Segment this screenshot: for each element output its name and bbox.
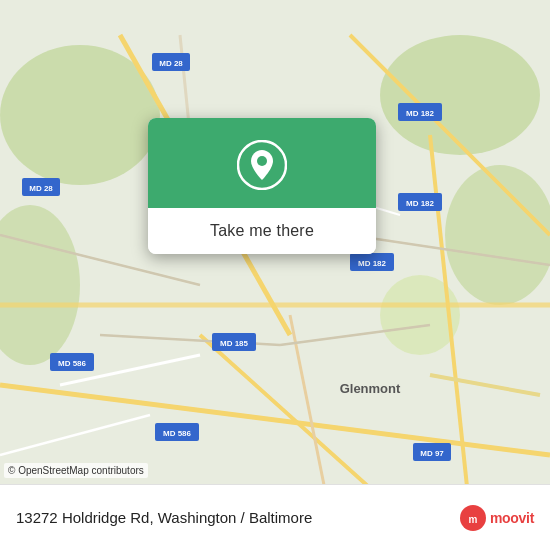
svg-text:MD 28: MD 28 bbox=[29, 184, 53, 193]
moovit-logo: m moovit bbox=[459, 504, 534, 532]
take-me-there-button[interactable]: Take me there bbox=[148, 208, 376, 254]
popup-card: Take me there bbox=[148, 118, 376, 254]
address-label: 13272 Holdridge Rd, Washington / Baltimo… bbox=[16, 509, 459, 526]
svg-text:MD 586: MD 586 bbox=[58, 359, 87, 368]
svg-text:MD 97: MD 97 bbox=[420, 449, 444, 458]
svg-point-2 bbox=[380, 35, 540, 155]
svg-point-4 bbox=[445, 165, 550, 305]
svg-text:MD 182: MD 182 bbox=[406, 199, 435, 208]
map-container: MD 28 MD 28 MD 182 MD 182 MD 182 MD 586 … bbox=[0, 0, 550, 550]
map-attribution: © OpenStreetMap contributors bbox=[4, 463, 148, 478]
svg-text:MD 28: MD 28 bbox=[159, 59, 183, 68]
svg-text:m: m bbox=[468, 514, 477, 525]
svg-text:MD 182: MD 182 bbox=[406, 109, 435, 118]
svg-text:MD 182: MD 182 bbox=[358, 259, 387, 268]
svg-point-43 bbox=[257, 156, 267, 166]
svg-text:MD 185: MD 185 bbox=[220, 339, 249, 348]
moovit-text: moovit bbox=[490, 510, 534, 526]
moovit-icon: m bbox=[459, 504, 487, 532]
svg-text:Glenmont: Glenmont bbox=[340, 381, 401, 396]
bottom-bar: 13272 Holdridge Rd, Washington / Baltimo… bbox=[0, 484, 550, 550]
svg-text:MD 586: MD 586 bbox=[163, 429, 192, 438]
location-pin-icon bbox=[237, 140, 287, 190]
popup-header bbox=[148, 118, 376, 208]
